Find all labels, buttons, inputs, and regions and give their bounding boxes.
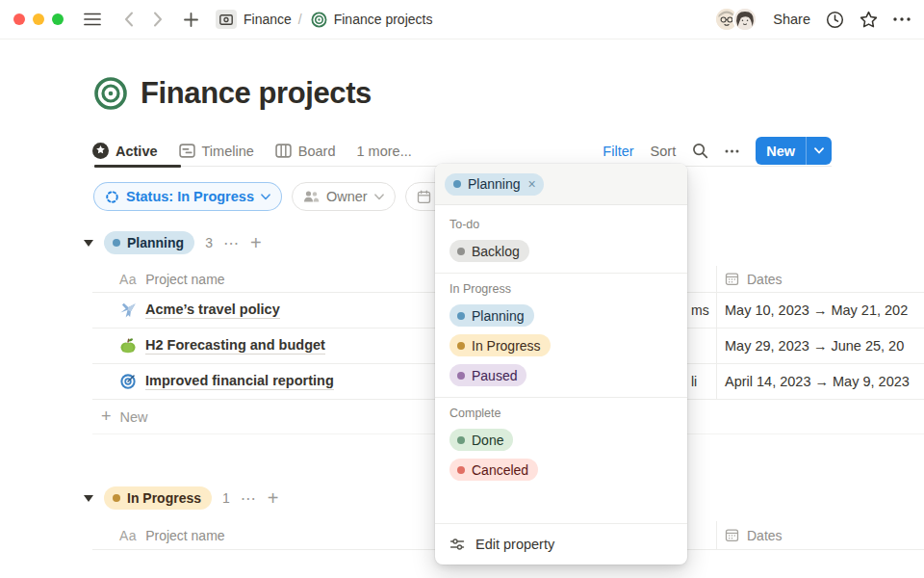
status-dot: [457, 372, 465, 380]
tab-label: Board: [298, 144, 336, 159]
status-option-label: Done: [472, 433, 503, 448]
breadcrumb-current[interactable]: Finance projects: [334, 12, 433, 27]
status-option-canceled[interactable]: Canceled: [435, 455, 687, 485]
status-dot: [457, 436, 465, 444]
column-person-partial: [685, 521, 717, 549]
sidebar-menu-icon[interactable]: [81, 8, 104, 31]
airplane-icon: [119, 302, 137, 319]
people-icon: [303, 190, 320, 203]
banknote-icon[interactable]: [216, 10, 237, 29]
new-dropdown-chevron-icon[interactable]: [807, 137, 832, 165]
column-header-dates[interactable]: Dates: [747, 528, 783, 543]
status-option-done[interactable]: Done: [435, 425, 687, 455]
project-page-link[interactable]: Improved financial reporting: [145, 373, 334, 390]
status-dot: [113, 494, 120, 502]
status-dot: [457, 466, 465, 474]
new-button-label: New: [756, 137, 806, 165]
new-page-icon[interactable]: [179, 8, 202, 31]
person-cell[interactable]: [685, 328, 717, 363]
collaborator-avatars: [714, 7, 757, 32]
status-filter-chip[interactable]: Status: In Progress: [93, 182, 282, 211]
status-option-label: Canceled: [472, 462, 528, 478]
zoom-window-button[interactable]: [52, 13, 64, 25]
group-add-icon[interactable]: +: [268, 488, 279, 508]
breadcrumb: Finance / Finance projects: [216, 10, 432, 29]
avatar[interactable]: [732, 7, 757, 32]
page-header: Finance projects: [93, 76, 372, 111]
owner-filter-chip[interactable]: Owner: [292, 182, 396, 211]
collapse-triangle-icon[interactable]: [84, 240, 93, 247]
column-header-project-name[interactable]: Project name: [145, 272, 224, 287]
status-option-planning[interactable]: Planning: [435, 301, 687, 330]
dates-cell[interactable]: April 14, 2023 → May 9, 2023: [717, 364, 924, 399]
close-window-button[interactable]: [13, 13, 25, 25]
remove-chip-icon[interactable]: ×: [528, 176, 536, 192]
calendar-icon: [725, 528, 739, 542]
new-button[interactable]: New: [756, 137, 832, 165]
sort-button[interactable]: Sort: [651, 144, 677, 159]
tab-label: Active: [116, 144, 158, 159]
status-option-in-progress[interactable]: In Progress: [435, 330, 687, 360]
window-controls: [13, 13, 64, 25]
text-property-icon: Aa: [119, 528, 137, 543]
group-status-pill[interactable]: Planning: [104, 231, 194, 254]
search-icon[interactable]: [692, 143, 708, 159]
tab-active-view[interactable]: Active: [92, 143, 158, 159]
person-cell[interactable]: li: [685, 364, 717, 399]
edit-property-button[interactable]: Edit property: [435, 523, 687, 565]
status-dot: [113, 239, 120, 247]
green-apple-icon: [119, 337, 137, 355]
group-status-pill[interactable]: In Progress: [104, 486, 212, 510]
option-group-label: In Progress: [435, 274, 687, 301]
more-options-icon[interactable]: [893, 17, 911, 21]
status-dot: [453, 180, 461, 188]
page-bullseye-icon[interactable]: [93, 76, 128, 111]
dates-cell[interactable]: May 10, 2023 → May 21, 202: [717, 293, 924, 328]
minimize-window-button[interactable]: [33, 13, 44, 25]
person-cell[interactable]: ms: [685, 293, 717, 328]
project-page-link[interactable]: H2 Forecasting and budget: [145, 337, 325, 355]
status-option-paused[interactable]: Paused: [435, 360, 687, 390]
dart-target-icon: [119, 373, 137, 390]
star-circle-icon: [92, 143, 109, 159]
view-toolbar: Active Timeline Board 1 more... Filter S…: [92, 136, 832, 166]
filter-button[interactable]: Filter: [603, 144, 633, 159]
view-more-icon[interactable]: [725, 149, 739, 153]
tab-label: Timeline: [202, 144, 254, 159]
view-controls: Filter Sort New: [603, 137, 832, 165]
chevron-down-icon: [374, 194, 384, 200]
share-button[interactable]: Share: [773, 12, 810, 27]
selected-status-chip[interactable]: Planning ×: [445, 173, 544, 196]
dropdown-selected-values[interactable]: Planning ×: [435, 164, 687, 205]
back-icon[interactable]: [117, 8, 141, 31]
collapse-triangle-icon[interactable]: [84, 495, 93, 502]
status-spinner-icon: [105, 190, 119, 204]
status-option-label: Backlog: [472, 244, 520, 259]
group-more-icon[interactable]: ⋯: [241, 489, 257, 508]
dates-cell[interactable]: May 29, 2023 → June 25, 20: [717, 328, 924, 363]
edit-property-label: Edit property: [475, 537, 554, 552]
tab-board-view[interactable]: Board: [275, 143, 336, 159]
tab-timeline-view[interactable]: Timeline: [179, 143, 254, 159]
breadcrumb-parent[interactable]: Finance: [244, 12, 292, 27]
forward-icon[interactable]: [146, 8, 169, 31]
board-icon: [275, 143, 292, 159]
option-group-label: Complete: [435, 398, 687, 425]
chevron-down-icon: [261, 194, 270, 200]
favorite-star-icon[interactable]: [860, 11, 878, 29]
selected-status-label: Planning: [468, 176, 521, 192]
status-dot: [457, 342, 465, 350]
tab-more-views[interactable]: 1 more...: [357, 144, 412, 159]
group-count: 1: [222, 490, 230, 506]
group-more-icon[interactable]: ⋯: [223, 234, 240, 252]
column-header-dates[interactable]: Dates: [747, 272, 783, 287]
project-page-link[interactable]: Acme’s travel policy: [145, 302, 280, 319]
app-window: Finance / Finance projects Share: [0, 0, 924, 578]
status-option-backlog[interactable]: Backlog: [435, 236, 687, 266]
column-header-project-name[interactable]: Project name: [145, 528, 224, 543]
clock-icon[interactable]: [826, 11, 844, 29]
group-add-icon[interactable]: +: [250, 233, 262, 252]
page-title[interactable]: Finance projects: [141, 76, 372, 111]
option-group-label: To-do: [435, 209, 687, 236]
topbar-actions: Share: [714, 7, 911, 32]
